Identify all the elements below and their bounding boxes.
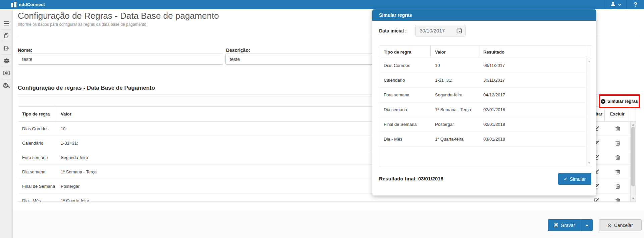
- resultado-final-text: Resultado final: 03/01/2018: [379, 176, 443, 181]
- scroll-down-icon[interactable]: ▼: [587, 161, 592, 165]
- delete-button[interactable]: [615, 140, 620, 146]
- help-button[interactable]: ?: [627, 1, 644, 8]
- check-icon: ✔: [564, 177, 568, 181]
- simular-regras-button[interactable]: Simular regras: [601, 99, 638, 104]
- table-row: Calendário 1-31=31; 30/11/2017: [379, 73, 592, 88]
- delete-button[interactable]: [615, 169, 620, 174]
- table-row: Dia semana 1ª Semana - Terça 02/01/2018: [379, 102, 592, 117]
- trash-icon: [615, 198, 620, 202]
- column-header-excluir[interactable]: Excluir: [605, 107, 630, 121]
- gears-icon: [3, 83, 10, 88]
- modal-header: Simular regras: [372, 9, 596, 21]
- delete-button[interactable]: [615, 198, 620, 202]
- money-icon: 1: [3, 71, 10, 75]
- gravar-button[interactable]: Gravar: [548, 219, 581, 231]
- chevron-down-icon: [618, 2, 622, 6]
- data-inicial-datepicker[interactable]: [415, 25, 466, 36]
- table-row: Final de Semana Postergar 02/01/2018: [379, 117, 592, 132]
- caret-up-icon: [585, 224, 589, 226]
- calendar-icon[interactable]: [457, 28, 462, 33]
- topbar: nddConnect ?: [0, 0, 644, 9]
- nddconnect-logo-icon: [11, 2, 17, 7]
- delete-button[interactable]: [615, 183, 620, 189]
- data-inicial-input[interactable]: [416, 28, 457, 33]
- edit-icon: [594, 198, 599, 202]
- page-subtitle: Informe os dados para configurar as regr…: [18, 22, 146, 27]
- save-icon: [553, 223, 558, 228]
- sidebar-menu-toggle[interactable]: [0, 18, 13, 29]
- app-window: nddConnect ?: [0, 0, 644, 238]
- scroll-up-icon[interactable]: ▲: [587, 59, 592, 64]
- trash-icon: [615, 140, 620, 146]
- gravar-dropdown-toggle[interactable]: [581, 219, 593, 231]
- sidebar-divider: [2, 79, 11, 79]
- simular-button[interactable]: ✔ Simular: [558, 173, 591, 185]
- sidebar-item-documents[interactable]: [0, 30, 13, 42]
- sidebar-item-payments[interactable]: 1: [0, 67, 13, 79]
- scroll-down-icon[interactable]: ▼: [631, 196, 636, 201]
- sidebar-divider: [2, 29, 11, 30]
- simulation-table-header: Tipo de regra Valor Resultado: [379, 46, 592, 58]
- scrollbar-thumb[interactable]: [631, 127, 635, 186]
- user-icon: [610, 1, 615, 8]
- sidebar-divider: [2, 67, 11, 67]
- column-header-resultado[interactable]: Resultado: [479, 46, 586, 58]
- play-circle-icon: [601, 99, 605, 104]
- section-title: Configuração de regras - Data Base de Pa…: [18, 85, 155, 91]
- scroll-up-icon[interactable]: ▲: [631, 122, 636, 127]
- simular-regras-highlight: Simular regras: [599, 94, 640, 108]
- sidebar-item-export[interactable]: [0, 43, 13, 54]
- modal-title: Simular regras: [379, 12, 412, 18]
- table-row: Fora semana Segunda-feira 04/12/2017: [379, 88, 592, 102]
- cancelar-button[interactable]: ⊘ Cancelar: [599, 219, 642, 231]
- table-row: Dia - Mês 1ª Quarta-feira 03/01/2018: [379, 132, 592, 147]
- cancel-icon: ⊘: [607, 223, 612, 228]
- sidebar-divider: [2, 42, 11, 42]
- copy-icon: [3, 33, 9, 39]
- simulation-table: Tipo de regra Valor Resultado Dias Corri…: [379, 46, 592, 166]
- sidebar-item-settings[interactable]: [0, 80, 13, 91]
- trash-icon: [615, 183, 620, 189]
- nome-label: Nome:: [18, 48, 33, 53]
- trash-icon: [615, 155, 620, 160]
- column-header-tipo[interactable]: Tipo de regra: [18, 107, 56, 121]
- simulation-table-body: Dias Corridos 10 09/11/2017 Calendário 1…: [379, 58, 592, 166]
- simular-regras-modal: Simular regras Data inicial : Tipo de re…: [372, 9, 596, 195]
- hamburger-icon: [4, 20, 9, 26]
- page-title: Configuração de Regras - Data Base de pa…: [18, 11, 219, 21]
- descricao-label: Descrição:: [226, 48, 250, 53]
- column-header-valor[interactable]: Valor: [431, 46, 479, 58]
- column-header-tipo[interactable]: Tipo de regra: [379, 46, 431, 58]
- gravar-split-button[interactable]: Gravar: [548, 219, 593, 231]
- export-icon: [3, 45, 9, 51]
- delete-button[interactable]: [615, 126, 620, 131]
- sidebar: 1: [0, 9, 13, 238]
- svg-text:1: 1: [6, 72, 7, 74]
- users-icon: [3, 58, 10, 63]
- brand-name: nddConnect: [19, 2, 45, 7]
- sidebar-divider: [2, 54, 11, 55]
- sidebar-item-users[interactable]: [0, 55, 13, 66]
- brand: nddConnect: [11, 2, 45, 7]
- data-inicial-label: Data inicial :: [379, 28, 407, 33]
- nome-input[interactable]: [18, 54, 223, 65]
- trash-icon: [615, 169, 620, 174]
- grid-vertical-scrollbar[interactable]: ▲ ▼: [630, 122, 636, 202]
- table-row: Dias Corridos 10 09/11/2017: [379, 58, 592, 73]
- edit-button[interactable]: [594, 198, 599, 202]
- delete-button[interactable]: [615, 155, 620, 160]
- user-menu[interactable]: [605, 0, 626, 9]
- trash-icon: [615, 126, 620, 131]
- modal-table-scrollbar[interactable]: ▲ ▼: [586, 58, 592, 166]
